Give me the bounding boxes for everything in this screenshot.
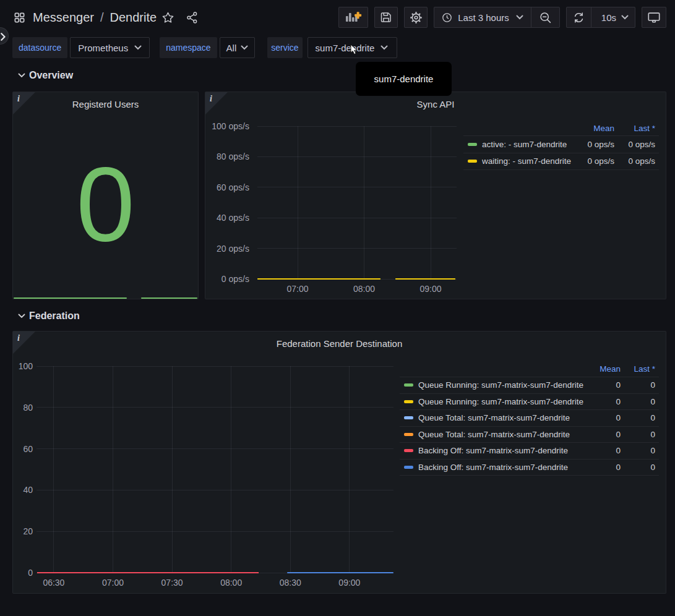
share-icon — [186, 11, 199, 24]
legend-value: 0 — [621, 430, 655, 439]
x-axis-tick-label: 07:00 — [278, 284, 317, 293]
section-federation-title: Federation — [29, 310, 80, 322]
save-dashboard-button[interactable] — [374, 7, 398, 28]
legend-value: 0 — [586, 446, 621, 455]
refresh-interval-label: 10s — [601, 12, 616, 23]
y-axis-tick-label: 80 — [0, 403, 33, 412]
time-range-label: Last 3 hours — [458, 12, 509, 23]
legend-series-label[interactable]: Queue Total: sum7-matrix-sum7-dendrite — [418, 413, 586, 422]
legend-value: 0 ops/s — [614, 140, 655, 149]
dashboard-settings-button[interactable] — [404, 7, 428, 28]
y-axis-tick-label: 60 ops/s — [205, 183, 249, 192]
legend-series-marker — [404, 466, 413, 469]
variable-service: service sum7-dendrite — [267, 37, 397, 58]
star-dashboard-button[interactable] — [161, 11, 174, 24]
x-axis-tick-label: 06:30 — [34, 578, 74, 587]
variable-value-tooltip: sum7-dendrite — [356, 62, 452, 96]
legend-series-label[interactable]: Queue Total: sum7-matrix-sum7-dendrite — [418, 430, 586, 439]
legend-series-label[interactable]: Queue Running: sum7-matrix-sum7-dendrite — [418, 380, 586, 390]
apps-grid-icon[interactable] — [14, 12, 25, 24]
breadcrumb-dashboard[interactable]: Dendrite — [110, 11, 157, 25]
gear-icon — [410, 11, 423, 24]
legend-column-header[interactable]: Mean — [586, 364, 621, 374]
chevron-down-icon — [621, 15, 629, 20]
legend-series-marker — [404, 433, 413, 436]
legend-value: 0 — [621, 463, 655, 472]
panel-registered-users-header[interactable]: Registerd Users — [13, 92, 198, 116]
grafana-dashboard: Messenger / Dendrite — [0, 0, 675, 616]
x-axis-tick-label: 08:00 — [345, 284, 384, 293]
y-axis-tick-label: 100 ops/s — [205, 122, 249, 130]
variable-datasource: datasource Prometheus — [12, 37, 150, 58]
variable-namespace-picker[interactable]: All — [220, 37, 256, 58]
legend-series-label[interactable]: waiting: - sum7-dendrite — [482, 156, 574, 166]
x-axis-tick-label: 07:00 — [93, 578, 133, 587]
y-axis-tick-label: 20 — [0, 527, 33, 536]
variable-service-label: service — [267, 37, 302, 58]
gridline-vertical — [349, 366, 350, 573]
dashboard-variables: datasource Prometheus namespace All serv… — [12, 37, 407, 58]
sync-api-legend: MeanLast *active: - sum7-dendrite0 ops/s… — [463, 121, 659, 170]
legend-value: 0 ops/s — [614, 156, 655, 166]
legend-row: Backing Off: sum7-matrix-sum7-dendrite00 — [400, 460, 659, 476]
chevron-down-icon — [134, 45, 142, 50]
gridline-horizontal — [37, 407, 393, 408]
variable-namespace: namespace All — [160, 37, 255, 58]
legend-header-row: MeanLast * — [463, 121, 659, 136]
section-federation[interactable]: Federation — [18, 308, 80, 324]
panel-federation-sender-header[interactable]: Federation Sender Destination — [13, 332, 666, 355]
variable-datasource-picker[interactable]: Prometheus — [70, 37, 150, 58]
legend-row: Backing Off: sum7-matrix-sum7-dendrite00 — [400, 443, 659, 460]
gridline-horizontal — [257, 126, 457, 127]
section-overview[interactable]: Overview — [18, 67, 73, 83]
share-dashboard-button[interactable] — [186, 11, 199, 24]
gridline-horizontal — [257, 156, 457, 157]
x-axis-tick-label: 08:30 — [270, 578, 310, 587]
legend-series-marker — [468, 160, 477, 163]
refresh-dashboard-button[interactable] — [567, 7, 591, 27]
time-range-picker[interactable]: Last 3 hours — [434, 7, 531, 27]
legend-series-marker — [404, 383, 413, 387]
breadcrumb-folder[interactable]: Messenger — [33, 11, 94, 25]
gridline-horizontal — [37, 490, 393, 490]
zoom-out-time-button[interactable] — [531, 7, 559, 27]
legend-value: 0 — [621, 413, 655, 422]
gridline-vertical — [231, 366, 231, 573]
section-overview-title: Overview — [29, 70, 73, 81]
gridline-vertical — [364, 126, 364, 279]
legend-row: Queue Running: sum7-matrix-sum7-dendrite… — [400, 394, 659, 411]
chevron-down-icon — [380, 45, 388, 50]
legend-value: 0 — [621, 446, 655, 455]
legend-value: 0 — [586, 413, 621, 422]
breadcrumb-separator: / — [100, 11, 104, 25]
legend-series-marker — [404, 449, 413, 452]
sync-api-plot[interactable]: 0 ops/s20 ops/s40 ops/s60 ops/s80 ops/s1… — [257, 126, 457, 279]
panel-title: Federation Sender Destination — [277, 338, 402, 349]
refresh-interval-picker[interactable]: 10s — [591, 7, 635, 27]
gridline-vertical — [431, 126, 431, 279]
panel-title: Sync API — [417, 99, 455, 109]
kiosk-mode-button[interactable] — [642, 7, 666, 28]
legend-series-label[interactable]: Backing Off: sum7-matrix-sum7-dendrite — [418, 446, 586, 455]
gridline-horizontal — [37, 448, 393, 449]
series-line — [141, 297, 197, 299]
add-panel-button[interactable] — [338, 7, 368, 28]
variable-service-picker[interactable]: sum7-dendrite — [307, 37, 398, 58]
legend-row: waiting: - sum7-dendrite0 ops/s0 ops/s — [463, 153, 659, 171]
legend-series-label[interactable]: Backing Off: sum7-matrix-sum7-dendrite — [418, 463, 586, 472]
legend-column-header[interactable]: Last * — [621, 364, 655, 374]
legend-series-marker — [468, 143, 477, 146]
series-line — [395, 278, 455, 280]
federation-sender-plot[interactable]: 02040608010006:3007:0007:3008:0008:3009:… — [37, 366, 393, 573]
legend-series-label[interactable]: Queue Running: sum7-matrix-sum7-dendrite — [418, 397, 586, 406]
variable-datasource-label: datasource — [12, 37, 67, 58]
series-line — [14, 297, 127, 299]
legend-value: 0 — [586, 430, 621, 439]
legend-series-label[interactable]: active: - sum7-dendrite — [482, 140, 574, 149]
y-axis-tick-label: 80 ops/s — [205, 152, 249, 161]
legend-column-header[interactable]: Last * — [614, 124, 655, 133]
legend-column-header[interactable]: Mean — [574, 124, 614, 133]
gridline-horizontal — [37, 366, 393, 367]
variable-namespace-label: namespace — [160, 37, 217, 58]
gridline-vertical — [290, 366, 291, 573]
